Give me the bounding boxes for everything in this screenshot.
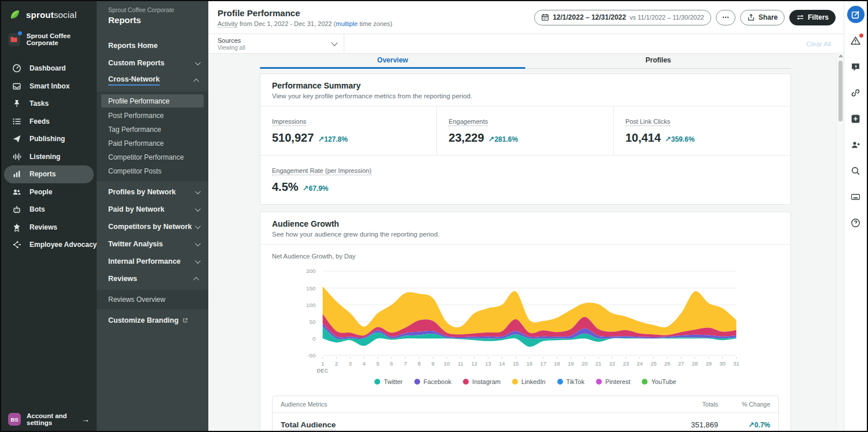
svg-text:28: 28	[692, 360, 698, 367]
metric-engagements: Engagements23,229↗281.6%	[437, 106, 613, 155]
reports-nav-item-twitter-analysis[interactable]: Twitter Analysis	[97, 235, 208, 253]
sidebar-item-reports[interactable]: Reports	[4, 165, 94, 183]
people-icon	[12, 187, 21, 197]
sidebar-item-people[interactable]: People	[4, 183, 94, 201]
svg-text:21: 21	[595, 360, 602, 367]
reports-nav-item-paid-by-network[interactable]: Paid by Network	[97, 201, 208, 218]
date-range-compare: vs 11/1/2022 – 11/30/2022	[630, 14, 704, 21]
metric-label[interactable]: Post Link Clicks	[626, 118, 671, 126]
reports-nav-item-reports-home[interactable]: Reports Home	[97, 37, 208, 54]
svg-text:3: 3	[349, 360, 352, 367]
message-bubble-button[interactable]	[847, 58, 865, 75]
keyboard-button[interactable]	[847, 188, 865, 205]
sidebar-item-label: People	[30, 188, 52, 196]
reports-nav-item-customize-branding[interactable]: Customize Branding	[97, 312, 208, 329]
legend-item-linkedin[interactable]: LinkedIn	[512, 378, 546, 385]
legend-item-twitter[interactable]: Twitter	[374, 378, 402, 385]
sidebar-item-label: Smart Inbox	[30, 82, 69, 90]
more-options-button[interactable]	[716, 10, 735, 25]
sidebar-title: Reports	[108, 15, 208, 25]
filters-button[interactable]: Filters	[789, 10, 836, 25]
chevron-down-icon	[195, 206, 201, 212]
user-add-button[interactable]	[847, 136, 865, 153]
workspace-switcher[interactable]: Sprout Coffee Corporate	[8, 32, 97, 46]
metric-label[interactable]: Engagement Rate (per Impression)	[272, 167, 372, 175]
svg-text:12: 12	[471, 360, 477, 367]
legend-item-tiktok[interactable]: TikTok	[557, 378, 584, 385]
sidebar-item-smart-inbox[interactable]: Smart Inbox	[4, 77, 94, 95]
account-and-settings[interactable]: BS Account and settings →	[1, 409, 97, 430]
svg-text:17: 17	[540, 360, 547, 367]
link-button[interactable]	[847, 84, 865, 101]
reports-nav-item-custom-reports[interactable]: Custom Reports	[97, 54, 208, 72]
sidebar-item-tasks[interactable]: Tasks	[4, 95, 94, 113]
bar-chart-icon	[12, 169, 21, 179]
card-title: Audience Growth	[272, 219, 779, 228]
multiple-timezones-link[interactable]: multiple	[336, 20, 358, 27]
table-body: Total Audience351,869↗0.7%Total Net Audi…	[273, 412, 778, 431]
date-range-primary: 12/1/2022 – 12/31/2022	[553, 13, 626, 21]
sidebar-item-label: Reviews	[30, 223, 57, 231]
tab-strip: OverviewProfiles	[260, 54, 791, 69]
legend-label: LinkedIn	[521, 378, 546, 385]
share-button[interactable]: Share	[740, 10, 785, 25]
sidebar-item-label: Reports	[30, 170, 56, 178]
legend-dot	[512, 379, 518, 385]
metric-value: 4.5%	[272, 180, 299, 194]
activity-tooltip-link[interactable]: Activity	[218, 20, 238, 28]
sidebar-item-listening[interactable]: Listening	[4, 148, 94, 166]
metric-label[interactable]: Engagements	[448, 118, 488, 126]
advocacy-icon	[12, 240, 21, 249]
sidebar-item-publishing[interactable]: Publishing	[4, 130, 94, 148]
reports-nav-item-reviews-overview[interactable]: Reviews Overview	[97, 293, 208, 307]
legend-item-pinterest[interactable]: Pinterest	[596, 378, 630, 385]
app-window: sproutsocial Sprout Coffee Corporate Das…	[0, 0, 868, 432]
sidebar-item-bots[interactable]: Bots	[4, 201, 94, 219]
legend-label: Facebook	[424, 378, 451, 385]
reports-nav-item-profiles-by-network[interactable]: Profiles by Network	[97, 183, 208, 201]
legend-dot	[463, 379, 469, 385]
metric-delta: ↗127.8%	[318, 135, 348, 143]
svg-text:DEC: DEC	[317, 368, 328, 374]
help-button[interactable]	[847, 214, 865, 231]
right-icon-rail	[844, 1, 867, 431]
legend-item-facebook[interactable]: Facebook	[414, 378, 451, 385]
tab-overview[interactable]: Overview	[260, 54, 525, 68]
sidebar-item-dashboard[interactable]: Dashboard	[4, 60, 94, 77]
plus-square-button[interactable]	[847, 110, 865, 127]
row-metric-label[interactable]: Total Audience	[281, 420, 336, 430]
svg-text:-50: -50	[307, 352, 316, 359]
sidebar-item-feeds[interactable]: Feeds	[4, 113, 94, 131]
metric-delta: ↗359.6%	[665, 135, 695, 143]
reports-nav-item-reviews[interactable]: Reviews	[97, 270, 208, 287]
scrollbar-thumb[interactable]	[838, 61, 843, 121]
metric-label[interactable]: Impressions	[272, 118, 306, 126]
reports-nav-item-internal-performance[interactable]: Internal Performance	[97, 253, 208, 270]
legend-item-instagram[interactable]: Instagram	[463, 378, 501, 385]
reports-nav-item-competitor-posts[interactable]: Competitor Posts	[97, 164, 208, 178]
search-button[interactable]	[847, 162, 865, 179]
scroll-up-arrow[interactable]	[838, 54, 843, 57]
reports-nav-item-profile-performance[interactable]: Profile Performance	[101, 94, 204, 108]
legend-item-youtube[interactable]: YouTube	[642, 378, 676, 385]
sources-dropdown[interactable]: Sources Viewing all	[208, 34, 344, 53]
audience-metrics-table: Audience Metrics Totals % Change Total A…	[272, 396, 779, 431]
date-range-button[interactable]: 12/1/2022 – 12/31/2022 vs 11/1/2022 – 11…	[534, 10, 711, 25]
compose-button[interactable]	[847, 6, 865, 23]
sidebar-item-employee-advocacy[interactable]: Employee Advocacy	[4, 236, 94, 254]
reports-nav-item-post-performance[interactable]: Post Performance	[97, 109, 208, 123]
sidebar-item-reviews[interactable]: Reviews	[4, 219, 94, 237]
svg-text:4: 4	[362, 360, 365, 367]
reports-nav-item-paid-performance[interactable]: Paid Performance	[97, 136, 208, 150]
alert-triangle-button[interactable]	[847, 32, 865, 49]
performance-summary-card: Performance Summary View your key profil…	[260, 73, 791, 205]
svg-text:15: 15	[513, 360, 519, 367]
clear-all-link[interactable]: Clear All	[806, 40, 844, 47]
reports-nav-item-tag-performance[interactable]: Tag Performance	[97, 123, 208, 136]
reports-nav-item-cross-network[interactable]: Cross-Network	[97, 72, 208, 89]
sprout-logo[interactable]: sproutsocial	[1, 1, 97, 20]
nav-item-label: Tag Performance	[108, 125, 161, 134]
reports-nav-item-competitor-performance[interactable]: Competitor Performance	[97, 150, 208, 164]
tab-profiles[interactable]: Profiles	[525, 54, 791, 68]
reports-nav-item-competitors-by-network[interactable]: Competitors by Network	[97, 218, 208, 235]
